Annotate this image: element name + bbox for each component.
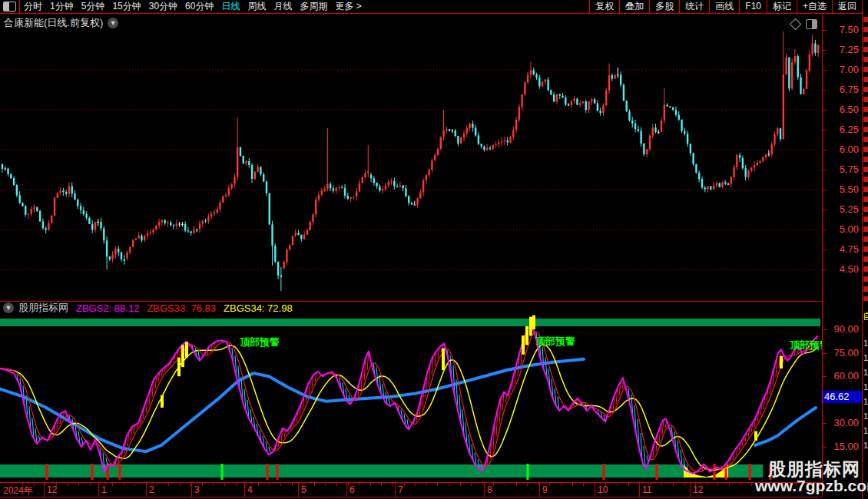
tool-button-5[interactable]: F10 bbox=[739, 0, 767, 13]
axis-tick bbox=[822, 250, 827, 250]
axis-tick bbox=[822, 170, 827, 170]
indicator-panel[interactable]: 顶部预警顶部预警顶部预警 bbox=[0, 313, 822, 482]
minor-tick bbox=[348, 483, 349, 486]
tool-button-0[interactable]: 复权 bbox=[589, 0, 619, 13]
minor-tick bbox=[561, 483, 562, 486]
minor-tick bbox=[684, 483, 685, 486]
date-axis[interactable]: 2024年 12123456789101112 bbox=[0, 482, 822, 497]
minor-tick bbox=[707, 483, 707, 486]
period-item-6[interactable]: 日线 bbox=[217, 0, 244, 13]
minor-tick bbox=[359, 483, 359, 486]
axis-tick bbox=[822, 329, 827, 330]
price-label-5.00: 5.00 bbox=[825, 223, 859, 235]
month-label-10: 10 bbox=[598, 484, 608, 495]
minor-tick bbox=[134, 483, 135, 486]
indicator-value-1: ZBGS33: 76.83 bbox=[147, 302, 216, 314]
tool-button-7[interactable]: +自选 bbox=[797, 0, 832, 13]
minor-tick bbox=[224, 483, 225, 486]
indicator-values: ZBGS2: 88.12ZBGS33: 76.83ZBGS34: 72.98 bbox=[68, 302, 293, 314]
tool-button-6[interactable]: 标记 bbox=[767, 0, 797, 13]
period-toolbar: 分时1分钟5分钟15分钟30分钟60分钟日线周线月线多周期更多 > 复权叠加多股… bbox=[0, 0, 862, 14]
indicator-value-marker: 46.62 bbox=[823, 391, 863, 403]
tool-button-3[interactable]: 统计 bbox=[679, 0, 709, 13]
minor-tick bbox=[325, 483, 326, 486]
chevron-down-icon[interactable]: ▼ bbox=[108, 18, 118, 28]
price-label-7.00: 7.00 bbox=[825, 64, 859, 75]
top-warning-label-0: 顶部预警 bbox=[240, 336, 280, 348]
month-separator bbox=[595, 483, 595, 497]
trading-app-window: 分时1分钟5分钟15分钟30分钟60分钟日线周线月线多周期更多 > 复权叠加多股… bbox=[0, 0, 868, 499]
axis-tick bbox=[822, 110, 827, 111]
minor-tick bbox=[549, 483, 550, 486]
strip-digit-2: 1 bbox=[863, 368, 868, 377]
axis-tick bbox=[822, 70, 827, 71]
period-item-10[interactable]: 更多 > bbox=[331, 0, 365, 13]
minor-tick bbox=[527, 483, 528, 486]
period-item-5[interactable]: 60分钟 bbox=[181, 0, 217, 13]
minor-tick bbox=[22, 483, 23, 486]
signal-bands-layer bbox=[0, 319, 820, 480]
tool-button-4[interactable]: 画线 bbox=[709, 0, 739, 13]
minor-tick bbox=[673, 483, 674, 486]
minor-tick bbox=[236, 483, 237, 486]
period-items: 分时1分钟5分钟15分钟30分钟60分钟日线周线月线多周期更多 > bbox=[20, 0, 366, 13]
minor-tick bbox=[280, 483, 281, 486]
minor-tick bbox=[740, 483, 741, 486]
month-separator bbox=[298, 483, 299, 497]
period-item-0[interactable]: 分时 bbox=[20, 0, 46, 13]
month-separator bbox=[98, 483, 99, 497]
month-separator bbox=[539, 483, 540, 497]
minor-tick bbox=[404, 483, 405, 486]
indicator-label-90.00: 90.00 bbox=[825, 323, 859, 335]
period-toolbar-left: 分时1分钟5分钟15分钟30分钟60分钟日线周线月线多周期更多 > bbox=[0, 0, 366, 13]
minor-tick bbox=[516, 483, 517, 486]
tool-button-1[interactable]: 叠加 bbox=[619, 0, 649, 13]
minor-tick bbox=[112, 483, 113, 486]
diamond-mark-icon[interactable] bbox=[790, 18, 802, 31]
axis-tick bbox=[822, 190, 827, 190]
month-label-8: 8 bbox=[487, 484, 492, 495]
tool-button-2[interactable]: 多股 bbox=[649, 0, 679, 13]
side-panel-edge[interactable]: 自 11111111 bbox=[862, 0, 868, 499]
indicator-value-0: ZBGS2: 88.12 bbox=[76, 302, 139, 314]
minor-tick bbox=[90, 483, 91, 486]
month-separator bbox=[346, 483, 347, 497]
period-item-8[interactable]: 月线 bbox=[270, 0, 296, 13]
period-item-9[interactable]: 多周期 bbox=[296, 0, 331, 13]
month-separator bbox=[395, 483, 396, 497]
minor-tick bbox=[617, 483, 618, 486]
month-label-6: 6 bbox=[350, 484, 355, 495]
split-view-icon[interactable] bbox=[806, 19, 817, 29]
period-item-7[interactable]: 周线 bbox=[244, 0, 270, 13]
price-label-5.75: 5.75 bbox=[825, 164, 859, 175]
month-label-4: 4 bbox=[247, 484, 253, 495]
axis-tick bbox=[822, 150, 827, 150]
axis-tick bbox=[822, 353, 827, 354]
window-layout-icon[interactable] bbox=[3, 2, 16, 12]
collapse-chevron-icon[interactable]: ▼ bbox=[3, 302, 14, 313]
main-candle-chart[interactable] bbox=[0, 14, 822, 301]
minor-tick bbox=[393, 483, 393, 486]
axis-tick bbox=[822, 210, 827, 210]
gridlines-layer bbox=[0, 70, 820, 269]
minor-tick bbox=[583, 483, 584, 486]
price-label-4.75: 4.75 bbox=[825, 243, 859, 255]
minor-tick bbox=[78, 483, 79, 486]
period-item-4[interactable]: 30分钟 bbox=[145, 0, 181, 13]
period-item-2[interactable]: 5分钟 bbox=[78, 0, 109, 13]
strip-digit-5: 1 bbox=[863, 411, 868, 421]
minor-tick bbox=[717, 483, 718, 486]
minor-tick bbox=[426, 483, 427, 486]
candles-layer bbox=[2, 31, 820, 291]
period-item-3[interactable]: 15分钟 bbox=[108, 0, 144, 13]
minor-tick bbox=[460, 483, 461, 486]
tool-button-8[interactable]: 返回 bbox=[832, 0, 862, 13]
month-label-3: 3 bbox=[194, 484, 200, 495]
price-label-7.50: 7.50 bbox=[825, 24, 859, 35]
axis-tick bbox=[822, 423, 827, 424]
period-item-1[interactable]: 1分钟 bbox=[46, 0, 78, 13]
strip-digit-1: 1 bbox=[863, 353, 868, 362]
month-label-5: 5 bbox=[301, 484, 306, 495]
axis-tick bbox=[822, 376, 827, 377]
price-label-6.00: 6.00 bbox=[825, 144, 859, 155]
